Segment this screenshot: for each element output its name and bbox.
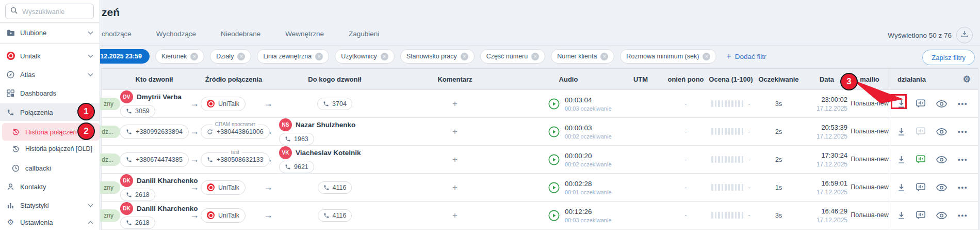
wait-duration: 00:03 oczekiwanie [565, 217, 612, 223]
filter-chip-linia-zewnetrzna[interactable]: Linia zewnętrzna× [257, 49, 329, 64]
search-box[interactable] [5, 4, 94, 19]
caller-number-chip[interactable]: +380674474385 [120, 152, 189, 167]
call-date: 17.12.2025 [803, 105, 847, 112]
dest-extension-chip[interactable]: 4116 [318, 209, 352, 222]
dest-extension-chip[interactable]: 9621 [279, 161, 314, 173]
download-button[interactable] [897, 211, 905, 220]
phone-icon [126, 129, 132, 135]
download-button[interactable] [897, 156, 905, 164]
call-time: 17:30:24 [803, 151, 847, 159]
more-button[interactable]: ••• [958, 128, 968, 135]
comment-waveform-button[interactable] [916, 155, 925, 164]
more-button[interactable]: ••• [958, 100, 968, 108]
comment-waveform-button[interactable] [916, 99, 925, 108]
add-comment-button[interactable]: + [452, 210, 458, 220]
play-button[interactable] [548, 154, 560, 165]
play-button[interactable] [548, 210, 560, 221]
source-number-chip[interactable]: СПАМ простатит+380443861006 [201, 125, 270, 139]
col-zrodlo-polaczenia[interactable]: Źródło połączenia [188, 75, 279, 83]
add-comment-button[interactable]: + [452, 155, 458, 164]
export-button[interactable] [956, 27, 973, 43]
close-icon[interactable]: × [237, 53, 245, 60]
play-button[interactable] [548, 126, 560, 137]
call-time: 16:46:29 [803, 207, 847, 215]
caller-extension-chip[interactable]: 2618 [120, 189, 155, 201]
sidebar-item-historia-polaczen-old[interactable]: Historia połączeń [OLD] [0, 141, 100, 157]
filter-chip-kierunek[interactable]: Kierunek× [155, 49, 204, 64]
source-unitalk-chip[interactable]: UniTalk [201, 97, 246, 111]
comment-waveform-button[interactable] [916, 127, 925, 136]
rating-value: - [748, 211, 750, 219]
search-input[interactable] [21, 7, 89, 16]
add-comment-button[interactable]: + [452, 182, 458, 192]
tab-wewnetrzne[interactable]: Wewnętrzne [285, 30, 324, 38]
chevron-down-icon [88, 204, 93, 207]
tab-przychodzace[interactable]: chodzące [102, 30, 132, 38]
sidebar-item-callbacki[interactable]: callbacki [0, 160, 100, 176]
more-button[interactable]: ••• [958, 156, 968, 163]
col-oczekiwanie[interactable]: Oczekiwanie [754, 75, 803, 83]
dest-extension-chip[interactable]: 4116 [318, 181, 352, 194]
sidebar-item-kontakty[interactable]: Kontakty [0, 178, 100, 195]
call-time: 20:53:39 [803, 124, 847, 131]
save-filters-button[interactable]: Zapisz filtry [922, 50, 975, 65]
sidebar-item-ulubione[interactable]: Ulubione [0, 24, 100, 41]
source-number-chip[interactable]: test+380508632133 [201, 152, 270, 167]
col-audio[interactable]: Audio [519, 75, 617, 83]
close-icon[interactable]: × [315, 53, 323, 60]
more-button[interactable]: ••• [958, 211, 968, 219]
sidebar-item-unitalk[interactable]: Unitalk [0, 48, 100, 64]
source-unitalk-chip[interactable]: UniTalk [201, 180, 246, 195]
filter-chip-uzytkownicy[interactable]: Użytkownicy× [335, 49, 394, 64]
close-icon[interactable]: × [461, 53, 468, 60]
col-kto-dzwonil[interactable]: Kto dzwonił [120, 75, 188, 83]
more-button[interactable]: ••• [958, 183, 968, 191]
download-button[interactable] [897, 128, 905, 136]
dest-extension-chip[interactable]: 3704 [317, 98, 352, 110]
col-utm[interactable]: UTM [617, 75, 664, 83]
col-onien-pono[interactable]: onień pono [664, 75, 708, 83]
tab-zagubieni[interactable]: Zagubieni [349, 30, 379, 38]
eye-button[interactable] [936, 156, 947, 163]
close-icon[interactable]: × [531, 53, 539, 60]
add-comment-button[interactable]: + [452, 127, 458, 136]
comment-waveform-button[interactable] [916, 211, 925, 220]
play-button[interactable] [548, 98, 560, 110]
close-icon[interactable]: × [190, 53, 198, 60]
add-filter-button[interactable]: +Dodać filtr [726, 52, 766, 61]
filter-chip-rozmowa-minimum[interactable]: Rozmowa minimum (sek)× [620, 49, 716, 64]
eye-button[interactable] [936, 128, 947, 135]
close-icon[interactable]: × [381, 53, 388, 60]
tab-nieodebrane[interactable]: Nieodebrane [221, 30, 260, 38]
close-icon[interactable]: × [600, 53, 608, 60]
eye-button[interactable] [936, 184, 947, 191]
caller-extension-chip[interactable]: 3059 [120, 105, 155, 117]
play-button[interactable] [548, 182, 560, 193]
line-label: test [228, 149, 242, 155]
col-ocena[interactable]: Ocena (1-100) [708, 75, 754, 83]
phone-icon [126, 108, 132, 114]
tab-wychodzace[interactable]: Wychodzące [156, 30, 196, 38]
gear-icon[interactable]: ⚙ [963, 74, 971, 85]
chevron-up-icon [88, 221, 93, 224]
caller-extension-chip[interactable]: 2618 [120, 217, 155, 229]
eye-button[interactable] [936, 100, 947, 108]
sidebar-item-atlas[interactable]: Atlas [0, 66, 100, 83]
sidebar-item-dashboards[interactable]: Dashboards [0, 85, 100, 101]
comment-waveform-button[interactable] [916, 183, 925, 192]
add-comment-button[interactable]: + [452, 99, 458, 109]
filter-chip-stanowisko-pracy[interactable]: Stanowisko pracy× [400, 49, 475, 64]
col-komentarz[interactable]: Komentarz [390, 75, 519, 83]
filter-chip-dzialy[interactable]: Działy× [210, 49, 251, 64]
source-unitalk-chip[interactable]: UniTalk [201, 208, 246, 223]
caller-number-chip[interactable]: +380992633894 [120, 125, 189, 139]
dest-extension-chip[interactable]: 1963 [279, 133, 314, 145]
filter-chip-numer-klienta[interactable]: Numer klienta× [551, 49, 614, 64]
filter-chip-czesc-numeru[interactable]: Część numeru× [480, 49, 546, 64]
sidebar-item-statystyki[interactable]: Statystyki [0, 197, 100, 213]
close-icon[interactable]: × [703, 53, 710, 60]
sidebar-item-ustawienia[interactable]: ⚙ Ustawienia [0, 214, 100, 230]
download-button[interactable] [897, 183, 905, 192]
eye-button[interactable] [936, 212, 947, 219]
col-do-kogo-dzwonil[interactable]: Do kogo dzwonił [279, 75, 390, 83]
